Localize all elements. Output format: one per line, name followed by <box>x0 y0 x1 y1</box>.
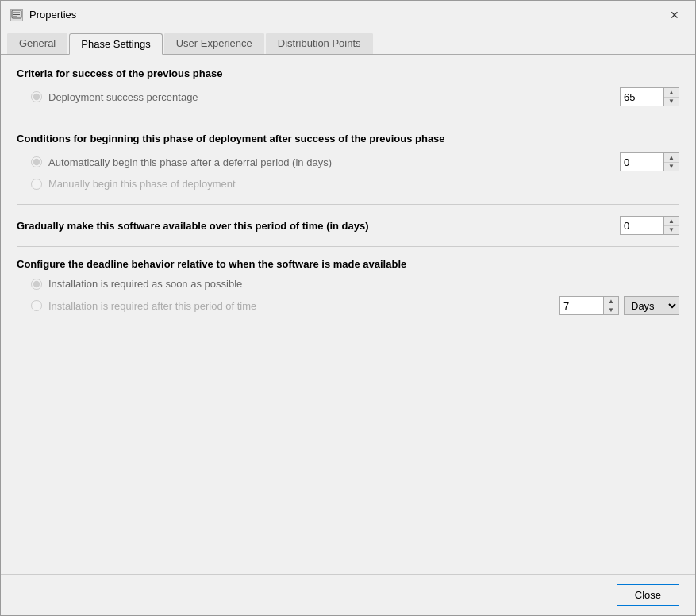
gradually-spinner-wrapper: ▲ ▼ <box>620 216 679 235</box>
deadline-radio2[interactable] <box>31 300 42 311</box>
criteria-radio1[interactable] <box>31 91 42 102</box>
conditions-option2-row: Manually begin this phase of deployment <box>17 178 679 190</box>
properties-icon <box>10 9 23 21</box>
deadline-option1-label: Installation is required as soon as poss… <box>48 278 242 290</box>
divider2 <box>17 204 679 205</box>
gradually-spin-up[interactable]: ▲ <box>664 217 679 226</box>
gradually-value-input[interactable] <box>620 216 663 235</box>
conditions-spin-up[interactable]: ▲ <box>664 153 679 163</box>
deadline-value-input[interactable] <box>559 296 603 315</box>
conditions-spinner-wrapper: ▲ ▼ <box>620 152 679 171</box>
criteria-value-input[interactable] <box>620 87 663 106</box>
criteria-spin-down[interactable]: ▼ <box>664 98 679 106</box>
title-bar-left: Properties <box>10 9 76 21</box>
criteria-option1-row: Deployment success percentage ▲ ▼ <box>17 87 679 106</box>
divider3 <box>17 246 679 247</box>
deadline-section: Configure the deadline behavior relative… <box>17 258 679 315</box>
criteria-spinner: ▲ ▼ <box>620 87 679 106</box>
divider1 <box>17 121 679 121</box>
tab-general[interactable]: General <box>7 33 67 54</box>
criteria-spin-up[interactable]: ▲ <box>664 88 679 98</box>
deadline-section-title: Configure the deadline behavior relative… <box>17 258 679 270</box>
tab-user-experience[interactable]: User Experience <box>164 33 264 54</box>
gradually-row: Gradually make this software available o… <box>17 216 679 235</box>
deadline-option2-label: Installation is required after this peri… <box>48 300 256 312</box>
deadline-option2-row: Installation is required after this peri… <box>17 296 679 315</box>
tab-content: Criteria for success of the previous pha… <box>1 55 695 574</box>
deadline-spin-up[interactable]: ▲ <box>604 297 618 306</box>
gradually-spinner: ▲ ▼ <box>620 216 679 235</box>
conditions-spinner-buttons: ▲ ▼ <box>663 152 679 171</box>
conditions-radio2[interactable] <box>31 179 42 190</box>
window-close-button[interactable]: ✕ <box>663 7 686 23</box>
criteria-option1-label: Deployment success percentage <box>48 91 198 103</box>
tab-bar: General Phase Settings User Experience D… <box>1 29 695 55</box>
conditions-spin-down[interactable]: ▼ <box>664 163 679 171</box>
gradually-spinner-buttons: ▲ ▼ <box>663 216 679 235</box>
deadline-spinner: ▲ ▼ <box>559 296 619 315</box>
criteria-spinner-wrapper: ▲ ▼ <box>620 87 679 106</box>
conditions-option1-left: Automatically begin this phase after a d… <box>31 156 332 168</box>
criteria-section: Criteria for success of the previous pha… <box>17 67 679 106</box>
window-title: Properties <box>29 9 76 21</box>
criteria-spinner-buttons: ▲ ▼ <box>663 87 679 106</box>
properties-dialog: Properties ✕ General Phase Settings User… <box>0 0 696 616</box>
deadline-option2-left: Installation is required after this peri… <box>31 300 256 312</box>
deadline-period-select[interactable]: Days Weeks Months <box>624 296 679 315</box>
conditions-option2-label: Manually begin this phase of deployment <box>48 178 236 190</box>
gradually-spin-down[interactable]: ▼ <box>664 226 679 235</box>
conditions-radio1[interactable] <box>31 156 42 167</box>
gradually-label: Gradually make this software available o… <box>17 220 369 232</box>
deadline-option1-row: Installation is required as soon as poss… <box>17 278 679 290</box>
conditions-option1-row: Automatically begin this phase after a d… <box>17 152 679 171</box>
conditions-spinner: ▲ ▼ <box>620 152 679 171</box>
conditions-value-input[interactable] <box>620 152 663 171</box>
conditions-section: Conditions for beginning this phase of d… <box>17 133 679 190</box>
tab-distribution-points[interactable]: Distribution Points <box>266 33 373 54</box>
deadline-spinner-buttons: ▲ ▼ <box>603 296 619 315</box>
conditions-option1-label: Automatically begin this phase after a d… <box>48 156 332 168</box>
deadline-spin-down[interactable]: ▼ <box>604 306 618 315</box>
close-button[interactable]: Close <box>617 584 679 606</box>
deadline-period-row: ▲ ▼ Days Weeks Months <box>559 296 679 315</box>
dialog-footer: Close <box>1 574 695 615</box>
title-bar: Properties ✕ <box>1 1 695 29</box>
conditions-section-title: Conditions for beginning this phase of d… <box>17 133 679 144</box>
criteria-option1-left: Deployment success percentage <box>31 91 198 103</box>
deadline-option1-left: Installation is required as soon as poss… <box>31 278 242 290</box>
conditions-option2-left: Manually begin this phase of deployment <box>31 178 236 190</box>
criteria-section-title: Criteria for success of the previous pha… <box>17 67 679 79</box>
tab-phase-settings[interactable]: Phase Settings <box>69 33 162 55</box>
deadline-radio1[interactable] <box>31 279 42 290</box>
